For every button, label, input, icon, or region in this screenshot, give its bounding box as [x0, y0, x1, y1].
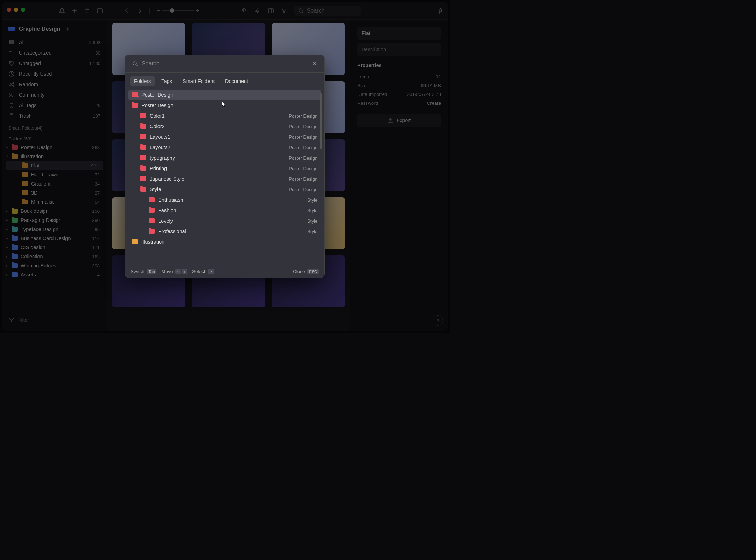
folder-icon: [140, 124, 146, 129]
folder-icon: [140, 145, 146, 150]
folder-icon: [140, 176, 146, 181]
modal-row-parent: Style: [307, 197, 317, 203]
modal-row-label: Poster Design: [141, 92, 173, 98]
modal-folder-row[interactable]: PrintingPoster Design: [128, 163, 321, 174]
modal-search-input[interactable]: [142, 61, 309, 67]
modal-folder-row[interactable]: typographyPoster Design: [128, 153, 321, 163]
modal-row-label: Lovely: [158, 218, 173, 224]
modal-row-parent: Poster Design: [289, 134, 317, 140]
modal-close-button[interactable]: ✕: [312, 60, 317, 68]
modal-row-label: Layouts2: [150, 145, 170, 150]
modal-row-parent: Poster Design: [289, 166, 317, 171]
folder-icon: [132, 103, 138, 108]
modal-tab-folders[interactable]: Folders: [130, 76, 155, 86]
folder-icon: [140, 187, 146, 192]
modal-row-parent: Poster Design: [289, 124, 317, 129]
modal-footer: Switch Tab Move ↑↓ Select ↵ Close ESC: [125, 265, 324, 278]
modal-row-label: Color2: [150, 124, 165, 129]
modal-scrollbar[interactable]: [320, 93, 322, 149]
folder-icon: [149, 197, 155, 202]
modal-row-label: Enthusiasm: [158, 197, 185, 203]
modal-row-parent: Style: [307, 208, 317, 213]
modal-folder-row[interactable]: Layouts1Poster Design: [128, 132, 321, 142]
modal-row-label: Style: [150, 187, 161, 192]
search-icon: [132, 61, 138, 67]
modal-folder-row[interactable]: FashionStyle: [128, 205, 321, 216]
folder-icon: [149, 218, 155, 223]
modal-row-parent: Poster Design: [289, 187, 317, 192]
folder-icon: [149, 229, 155, 234]
modal-folder-row[interactable]: Japanese StylePoster Design: [128, 174, 321, 184]
hint-close: Close ESC: [293, 269, 319, 274]
modal-row-label: Japanese Style: [150, 176, 184, 182]
modal-row-parent: Style: [307, 218, 317, 224]
modal-tab-smart-folders[interactable]: Smart Folders: [178, 76, 219, 86]
cursor-pointer-icon: [220, 100, 227, 108]
modal-row-label: Printing: [150, 166, 167, 171]
modal-row-label: Illustration: [141, 239, 164, 245]
modal-row-parent: Poster Design: [289, 113, 317, 119]
modal-folder-row[interactable]: Color1Poster Design: [128, 111, 321, 121]
folder-icon: [132, 239, 138, 244]
folder-icon: [140, 155, 146, 160]
modal-row-parent: Style: [307, 229, 317, 234]
modal-row-label: Color1: [150, 113, 165, 119]
modal-tab-document[interactable]: Document: [221, 76, 252, 86]
modal-row-label: Poster Design: [141, 103, 173, 108]
hint-switch: Switch Tab: [131, 269, 156, 274]
svg-point-8: [133, 62, 136, 65]
hint-move: Move ↑↓: [161, 269, 187, 274]
modal-row-label: Professional: [158, 229, 186, 234]
modal-folder-row[interactable]: Poster Design: [128, 90, 321, 100]
modal-folder-row[interactable]: Color2Poster Design: [128, 121, 321, 132]
folder-icon: [140, 113, 146, 118]
quick-search-modal: ✕ FoldersTagsSmart FoldersDocument Poste…: [125, 55, 325, 278]
modal-row-label: Layouts1: [150, 134, 170, 140]
modal-row-label: typography: [150, 155, 175, 161]
modal-folder-row[interactable]: EnthusiasmStyle: [128, 195, 321, 205]
modal-folder-row[interactable]: LovelyStyle: [128, 216, 321, 226]
modal-folder-row[interactable]: ProfessionalStyle: [128, 226, 321, 237]
folder-icon: [140, 134, 146, 139]
modal-row-label: Fashion: [158, 208, 176, 213]
folder-icon: [140, 166, 146, 171]
modal-tab-tags[interactable]: Tags: [157, 76, 176, 86]
folder-icon: [149, 208, 155, 213]
modal-folder-row[interactable]: Illustration: [128, 237, 321, 247]
modal-folder-row[interactable]: Layouts2Poster Design: [128, 142, 321, 153]
modal-row-parent: Poster Design: [289, 176, 317, 182]
modal-row-parent: Poster Design: [289, 155, 317, 161]
folder-icon: [132, 92, 138, 97]
modal-row-parent: Poster Design: [289, 145, 317, 150]
hint-select: Select ↵: [192, 269, 214, 274]
modal-folder-row[interactable]: StylePoster Design: [128, 184, 321, 195]
